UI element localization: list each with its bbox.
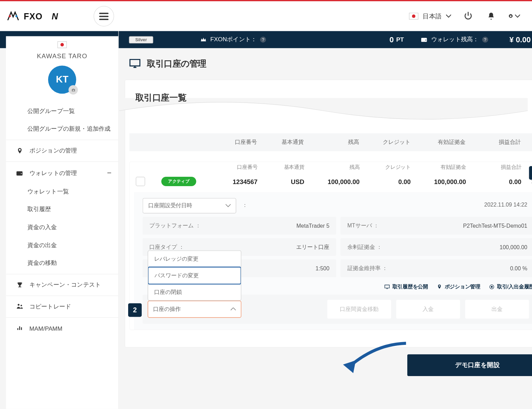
help-icon[interactable]: ? <box>260 37 266 43</box>
btn-withdraw[interactable]: 出金 <box>465 300 529 319</box>
svg-point-1 <box>16 15 18 17</box>
date-type-select[interactable]: 口座開設受付日時 <box>143 198 236 213</box>
acct-type: エリート口座 <box>296 243 329 251</box>
leverage: 1:500 <box>316 265 329 271</box>
chevron-down-icon <box>225 204 231 208</box>
chevron-down-icon <box>515 11 520 21</box>
pl: 0.00 <box>466 178 522 185</box>
svg-text:N: N <box>52 11 58 21</box>
platform: MetaTrader 5 <box>296 223 329 229</box>
sidebar-mam[interactable]: MAM/PAMM <box>6 320 118 337</box>
chart-icon <box>16 324 24 332</box>
chevron-down-icon <box>446 14 451 19</box>
help-icon[interactable]: ? <box>482 37 488 43</box>
collapse-icon: − <box>107 169 112 178</box>
pin-icon <box>436 284 442 290</box>
sidebar-public-groups-new[interactable]: 公開グループの新規・追加作成 <box>6 120 118 138</box>
sidebar-public-groups[interactable]: 公開グループ一覧 <box>6 102 118 120</box>
link-publish-history[interactable]: 取引履歴を公開 <box>384 283 428 290</box>
gear-icon[interactable] <box>508 10 520 22</box>
sidebar-transfer[interactable]: 資金の移動 <box>6 254 118 272</box>
acct-no: 1234567 <box>198 178 257 185</box>
avatar[interactable]: KT <box>48 66 76 94</box>
wallet-icon <box>421 36 428 43</box>
account-checkbox[interactable] <box>136 177 145 186</box>
flag-jp-icon <box>409 13 418 20</box>
camera-icon[interactable] <box>69 85 78 95</box>
flag-jp-icon <box>57 41 67 48</box>
chevron-up-icon <box>231 307 236 311</box>
lang-label: 日本語 <box>423 12 442 20</box>
sidebar-history[interactable]: 取引履歴 <box>6 201 118 219</box>
hamburger-menu[interactable] <box>94 6 114 26</box>
trophy-icon <box>16 281 24 289</box>
btn-inter-transfer[interactable]: 口座間資金移動 <box>327 300 391 319</box>
username: KAWASE TARO <box>6 52 118 60</box>
bell-icon[interactable] <box>485 10 497 22</box>
pin-icon <box>16 147 24 155</box>
base-ccy: USD <box>257 178 304 185</box>
opt-leverage[interactable]: レバレッジの変更 <box>148 251 241 267</box>
svg-text:FXO: FXO <box>24 11 43 21</box>
page-title: 取引口座の管理 <box>147 58 206 69</box>
open-demo-account-button[interactable]: デモ口座を開設 <box>407 354 532 376</box>
margin-level: 0.00 % <box>510 265 527 271</box>
sidebar-copytrade[interactable]: コピートレード <box>6 298 118 316</box>
link-position-mgmt[interactable]: ポジション管理 <box>436 283 480 290</box>
svg-point-5 <box>491 286 493 288</box>
crown-icon <box>200 36 207 43</box>
credit: 0.00 <box>360 178 410 185</box>
account-row: アクティブ 1234567 USD 100,000.00 0.00 100,00… <box>130 177 532 192</box>
sidebar-campaign[interactable]: キャンペーン・コンテスト <box>6 276 118 294</box>
language-selector[interactable]: 日本語 <box>409 12 451 20</box>
target-icon <box>489 284 494 290</box>
sidebar-deposit[interactable]: 資金の入金 <box>6 218 118 236</box>
points-value: 0 PT <box>389 35 404 44</box>
brand-logo[interactable]: FXO N <box>5 8 82 25</box>
free-margin: 100,000.00 <box>500 244 527 250</box>
open-date: 2022.11.09 14:22 <box>254 198 532 213</box>
active-badge: アクティブ <box>161 177 196 186</box>
monitor-icon <box>129 58 141 69</box>
mt-server: P2TechTest-MT5-Demo01 <box>463 223 527 229</box>
monitor-icon <box>384 284 390 290</box>
opt-password[interactable]: パスワードの変更 <box>148 267 241 285</box>
callout-badge-1: 1 <box>529 166 532 180</box>
callout-badge-2: 2 <box>128 303 142 317</box>
ops-select[interactable]: 口座の操作 <box>148 301 241 318</box>
sidebar-wallet-list[interactable]: ウォレット一覧 <box>6 183 118 201</box>
annotation-arrow-icon <box>338 340 410 378</box>
svg-point-0 <box>9 15 11 17</box>
table-header-row: 口座番号 基本通貨 残高 クレジット 有効証拠金 損益合計 <box>130 133 532 151</box>
wallet-icon <box>16 169 24 177</box>
opt-close[interactable]: 口座の閉鎖 <box>148 284 241 301</box>
btn-deposit[interactable]: 入金 <box>396 300 460 319</box>
list-heading: 取引口座一覧 <box>125 90 532 116</box>
wallet-balance-value[interactable]: ¥ 0.00 円 <box>509 35 532 44</box>
equity: 100,000.00 <box>411 178 466 185</box>
ops-popover: レバレッジの変更 パスワードの変更 口座の閉鎖 <box>148 251 241 301</box>
sidebar-withdraw[interactable]: 資金の出金 <box>6 236 118 254</box>
power-icon[interactable] <box>462 10 474 22</box>
link-io-history[interactable]: 取引/入出金履歴 <box>489 283 532 290</box>
sidebar-wallet[interactable]: ウォレットの管理 − <box>6 164 118 183</box>
wallet-balance-label: ウォレット残高： ? <box>421 36 488 43</box>
points-label: FXONポイント： ? <box>200 36 266 43</box>
sidebar-positions[interactable]: ポジションの管理 <box>6 142 118 160</box>
balance: 100,000.00 <box>304 178 360 185</box>
people-icon <box>16 303 24 310</box>
tier-badge: Silver <box>129 36 153 43</box>
